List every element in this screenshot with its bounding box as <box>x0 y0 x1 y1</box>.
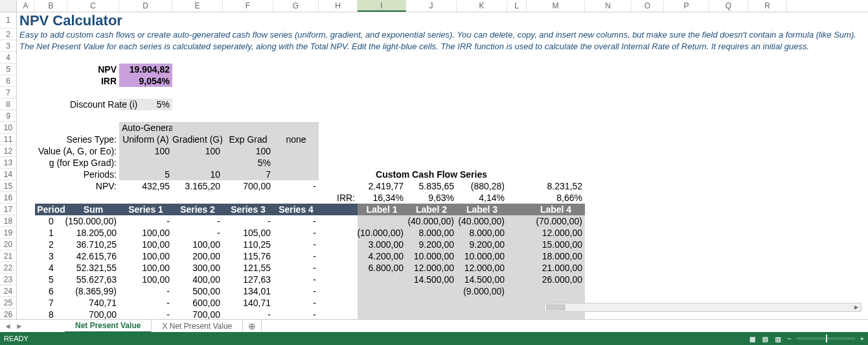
cell[interactable] <box>664 285 709 297</box>
cell[interactable] <box>457 309 507 320</box>
col-header[interactable]: O <box>632 0 664 12</box>
cell[interactable] <box>17 180 35 192</box>
cell[interactable] <box>664 110 709 122</box>
cell[interactable]: - <box>119 285 172 297</box>
cell[interactable] <box>358 29 406 40</box>
select-all-corner[interactable] <box>0 0 17 12</box>
cell[interactable]: 12.000,00 <box>406 262 457 274</box>
cell[interactable] <box>457 40 507 52</box>
view-normal-icon[interactable]: ▦ <box>749 334 757 344</box>
cell[interactable]: 700,00 <box>67 309 119 320</box>
row-header[interactable]: 7 <box>0 87 16 99</box>
zoom-in-button[interactable]: + <box>860 335 864 342</box>
cell[interactable] <box>585 204 632 215</box>
row-header[interactable]: 10 <box>0 122 16 134</box>
cell[interactable] <box>632 180 664 192</box>
cell[interactable] <box>632 134 664 145</box>
cell[interactable] <box>632 192 664 204</box>
col-header[interactable]: J <box>406 0 457 12</box>
cell[interactable]: 15.000,00 <box>527 239 585 250</box>
cell[interactable] <box>664 204 709 215</box>
cell[interactable]: 300,00 <box>172 262 223 274</box>
cell[interactable] <box>457 52 507 64</box>
cell[interactable] <box>457 99 507 110</box>
cell[interactable] <box>748 239 787 250</box>
cell[interactable] <box>319 134 358 145</box>
row-header[interactable]: 6 <box>0 75 16 87</box>
cell[interactable]: 100,00 <box>119 262 172 274</box>
col-header-selected[interactable]: I <box>358 0 406 12</box>
cell[interactable] <box>17 262 35 274</box>
row-header[interactable]: 26 <box>0 309 16 320</box>
cell[interactable] <box>172 29 223 40</box>
cell[interactable] <box>527 110 585 122</box>
cell[interactable]: Label 1 <box>358 204 406 215</box>
row-header[interactable]: 3 <box>0 40 16 52</box>
cell[interactable] <box>319 12 358 29</box>
row-header[interactable]: 20 <box>0 239 16 250</box>
cell[interactable]: 600,00 <box>172 297 223 309</box>
cell[interactable]: Label 3 <box>457 204 507 215</box>
row-header[interactable]: 1 <box>0 12 16 29</box>
cell[interactable]: 127,63 <box>223 274 273 285</box>
cell[interactable]: 8.000,00 <box>406 227 457 239</box>
cell[interactable] <box>748 110 787 122</box>
cell[interactable]: (40.000,00) <box>457 215 507 227</box>
cell[interactable] <box>709 192 748 204</box>
cell[interactable] <box>457 75 507 87</box>
cell[interactable] <box>17 110 35 122</box>
cell[interactable] <box>709 12 748 29</box>
tab-next-icon[interactable]: ► <box>16 322 23 331</box>
cell[interactable] <box>585 180 632 192</box>
cell[interactable] <box>273 64 319 75</box>
cell[interactable] <box>709 239 748 250</box>
cell[interactable] <box>507 29 527 40</box>
cell[interactable] <box>273 122 319 134</box>
cell[interactable] <box>632 274 664 285</box>
cell[interactable] <box>507 99 527 110</box>
cell[interactable] <box>632 239 664 250</box>
cell[interactable] <box>119 40 172 52</box>
cell[interactable]: - <box>273 285 319 297</box>
cell[interactable] <box>748 122 787 134</box>
cell[interactable] <box>709 40 748 52</box>
cell[interactable] <box>507 192 527 204</box>
cell[interactable] <box>273 99 319 110</box>
cell[interactable] <box>406 285 457 297</box>
cell[interactable] <box>457 87 507 99</box>
cell[interactable] <box>748 87 787 99</box>
cell[interactable] <box>632 12 664 29</box>
cell[interactable]: - <box>273 239 319 250</box>
cell[interactable] <box>358 75 406 87</box>
cell[interactable]: 5.835,65 <box>406 180 457 192</box>
cell[interactable] <box>748 64 787 75</box>
cell[interactable] <box>507 297 527 309</box>
cell[interactable]: 100 <box>119 145 172 157</box>
cell[interactable]: 100,00 <box>119 227 172 239</box>
custom-series-header[interactable]: Custom Cash Flow Series <box>406 169 457 180</box>
cell[interactable] <box>319 157 358 169</box>
cell[interactable] <box>748 75 787 87</box>
cell[interactable] <box>632 204 664 215</box>
cell[interactable] <box>273 157 319 169</box>
cell[interactable] <box>585 75 632 87</box>
cell[interactable] <box>632 99 664 110</box>
cell[interactable] <box>319 309 358 320</box>
cell[interactable] <box>632 52 664 64</box>
cell[interactable] <box>507 64 527 75</box>
cell[interactable] <box>748 180 787 192</box>
row-header[interactable]: 14 <box>0 169 16 180</box>
cell[interactable]: 10.000,00 <box>457 250 507 262</box>
cell[interactable] <box>406 52 457 64</box>
cell[interactable] <box>709 274 748 285</box>
cell[interactable] <box>664 227 709 239</box>
cell[interactable]: - <box>273 297 319 309</box>
cell[interactable] <box>709 75 748 87</box>
cell[interactable] <box>664 145 709 157</box>
cell[interactable]: 500,00 <box>172 285 223 297</box>
cell[interactable]: 52.321,55 <box>67 262 119 274</box>
cell[interactable]: Series 1 <box>119 204 172 215</box>
cell[interactable] <box>35 29 67 40</box>
irr-label[interactable]: IRR <box>67 75 119 87</box>
cell[interactable] <box>664 192 709 204</box>
